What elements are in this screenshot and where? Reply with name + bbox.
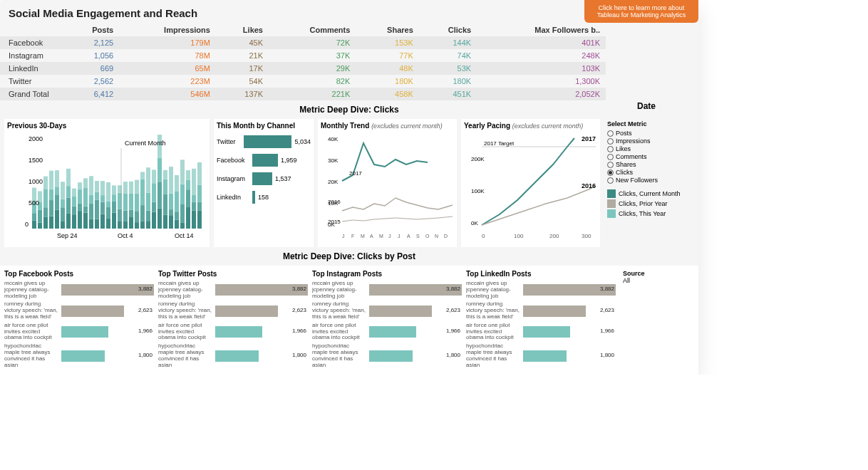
svg-rect-89 bbox=[157, 182, 162, 209]
svg-rect-57 bbox=[112, 202, 116, 213]
col-comments[interactable]: Comments bbox=[269, 24, 356, 36]
metric-radio-posts[interactable]: Posts bbox=[607, 130, 694, 137]
svg-rect-74 bbox=[135, 194, 139, 212]
post-bar[interactable]: hypochondriac maple tree always convince… bbox=[4, 343, 154, 368]
post-bar[interactable]: mccain gives up jcpenney catalog-modelin… bbox=[4, 281, 154, 299]
svg-rect-78 bbox=[140, 179, 145, 205]
metric-radio-likes[interactable]: Likes bbox=[607, 145, 694, 152]
svg-rect-111 bbox=[186, 170, 190, 180]
post-bar[interactable]: air force one pilot invites excited obam… bbox=[4, 323, 154, 341]
svg-rect-87 bbox=[152, 169, 156, 183]
post-bar[interactable]: hypochondriac maple tree always convince… bbox=[158, 343, 308, 368]
svg-rect-100 bbox=[175, 220, 179, 229]
svg-rect-47 bbox=[95, 181, 99, 192]
post-bar[interactable]: air force one pilot invites excited obam… bbox=[466, 323, 616, 341]
post-bar[interactable]: romney during victory speech: 'man, this… bbox=[158, 301, 308, 320]
col-impressions[interactable]: Impressions bbox=[119, 24, 216, 36]
yearly-label: Yearly Pacing bbox=[464, 122, 510, 130]
svg-rect-34 bbox=[78, 189, 82, 204]
svg-text:200: 200 bbox=[549, 233, 559, 239]
post-bar[interactable]: mccain gives up jcpenney catalog-modelin… bbox=[312, 281, 462, 299]
col-followers[interactable]: Max Followers b.. bbox=[477, 24, 606, 36]
svg-rect-65 bbox=[123, 211, 128, 221]
post-bar[interactable]: mccain gives up jcpenney catalog-modelin… bbox=[158, 281, 308, 299]
source-label: Source bbox=[623, 270, 645, 277]
svg-rect-68 bbox=[129, 216, 133, 229]
source-filter[interactable]: Source All bbox=[620, 270, 645, 370]
legend: Clicks, Current MonthClicks, Prior YearC… bbox=[607, 189, 694, 218]
svg-rect-42 bbox=[89, 195, 93, 203]
post-bar[interactable]: air force one pilot invites excited obam… bbox=[158, 323, 308, 341]
chart-yearly-pacing[interactable]: Yearly Pacing (excludes current month) 2… bbox=[461, 119, 600, 247]
post-bar[interactable]: romney during victory speech: 'man, this… bbox=[4, 301, 154, 320]
table-row[interactable]: LinkedIn66965M17K29K48K53K103K bbox=[0, 62, 606, 75]
posts-section-title: Top Twitter Posts bbox=[158, 270, 308, 278]
post-bar[interactable]: mccain gives up jcpenney catalog-modelin… bbox=[466, 281, 616, 299]
legend-item: Clicks, Prior Year bbox=[607, 199, 694, 208]
svg-rect-30 bbox=[72, 197, 76, 206]
svg-text:Sep 24: Sep 24 bbox=[57, 232, 78, 239]
svg-text:M: M bbox=[379, 234, 383, 239]
metric-radio-shares[interactable]: Shares bbox=[607, 161, 694, 168]
table-row[interactable]: Grand Total6,412546M137K221K458K451K2,05… bbox=[0, 88, 606, 100]
post-bar[interactable]: hypochondriac maple tree always convince… bbox=[466, 343, 616, 368]
post-bar[interactable]: hypochondriac maple tree always convince… bbox=[312, 343, 462, 368]
table-row[interactable]: Instagram1,05678M21K37K77K74K248K bbox=[0, 49, 606, 62]
channel-bar[interactable]: Facebook1,959 bbox=[217, 154, 311, 167]
chart-by-channel[interactable]: This Month by Channel Twitter5,034Facebo… bbox=[214, 119, 314, 247]
svg-text:100: 100 bbox=[514, 233, 524, 239]
post-bar[interactable]: romney during victory speech: 'man, this… bbox=[466, 301, 616, 320]
svg-rect-115 bbox=[192, 169, 196, 195]
svg-rect-80 bbox=[146, 221, 150, 229]
svg-text:2016: 2016 bbox=[582, 182, 596, 189]
source-value: All bbox=[623, 277, 645, 284]
svg-rect-26 bbox=[66, 186, 71, 197]
svg-text:M: M bbox=[361, 234, 365, 239]
svg-rect-29 bbox=[72, 206, 76, 214]
svg-rect-24 bbox=[66, 214, 71, 229]
svg-rect-114 bbox=[192, 195, 196, 202]
channel-bar[interactable]: Twitter5,034 bbox=[217, 135, 311, 148]
svg-rect-53 bbox=[106, 207, 110, 218]
channel-bar[interactable]: LinkedIn158 bbox=[217, 191, 311, 204]
metric-radio-comments[interactable]: Comments bbox=[607, 153, 694, 160]
svg-rect-77 bbox=[140, 205, 145, 221]
post-bar[interactable]: romney during victory speech: 'man, this… bbox=[312, 301, 462, 320]
svg-rect-4 bbox=[38, 223, 42, 229]
svg-text:0: 0 bbox=[482, 233, 485, 239]
svg-rect-92 bbox=[163, 214, 167, 229]
svg-rect-97 bbox=[169, 209, 173, 215]
chart-previous-30-days[interactable]: Previous 30-Days 2000 1500 1000 500 0 Se… bbox=[4, 119, 210, 247]
col-posts[interactable]: Posts bbox=[64, 24, 119, 36]
table-row[interactable]: Twitter2,562223M54K82K180K180K1,300K bbox=[0, 75, 606, 88]
promo-banner[interactable]: Click here to learn more about Tableau f… bbox=[584, 0, 698, 23]
legend-item: Clicks, This Year bbox=[607, 209, 694, 218]
col-likes[interactable]: Likes bbox=[216, 24, 269, 36]
svg-rect-14 bbox=[49, 189, 53, 200]
col-clicks[interactable]: Clicks bbox=[419, 24, 477, 36]
svg-rect-23 bbox=[61, 182, 65, 199]
svg-rect-25 bbox=[66, 197, 71, 213]
svg-rect-41 bbox=[89, 203, 93, 219]
svg-text:Oct 14: Oct 14 bbox=[175, 232, 194, 239]
chart-monthly-trend[interactable]: Monthly Trend (excludes current month) 4… bbox=[318, 119, 457, 247]
svg-text:20K: 20K bbox=[328, 179, 339, 185]
metric-radio-new-followers[interactable]: New Followers bbox=[607, 177, 694, 184]
metric-radio-impressions[interactable]: Impressions bbox=[607, 137, 694, 145]
table-row[interactable]: Facebook2,125179M45K72K153K144K401K bbox=[0, 36, 606, 49]
channel-bar[interactable]: Instagram1,537 bbox=[217, 172, 311, 185]
legend-item: Clicks, Current Month bbox=[607, 189, 694, 198]
svg-rect-40 bbox=[89, 219, 93, 229]
col-shares[interactable]: Shares bbox=[356, 24, 419, 36]
svg-rect-18 bbox=[55, 187, 59, 194]
svg-text:A: A bbox=[407, 234, 410, 239]
yearly-sub: (excludes current month) bbox=[512, 122, 584, 130]
post-bar[interactable]: air force one pilot invites excited obam… bbox=[312, 323, 462, 341]
posts-section-title: Top Instagram Posts bbox=[312, 270, 462, 278]
date-filter-label[interactable]: Date bbox=[637, 101, 656, 111]
deepdive-clicks-title: Metric Deep Dive: Clicks bbox=[0, 100, 698, 119]
metric-radio-clicks[interactable]: Clicks bbox=[607, 169, 694, 176]
svg-rect-84 bbox=[152, 212, 156, 229]
svg-rect-108 bbox=[186, 207, 190, 229]
svg-rect-67 bbox=[123, 182, 128, 194]
